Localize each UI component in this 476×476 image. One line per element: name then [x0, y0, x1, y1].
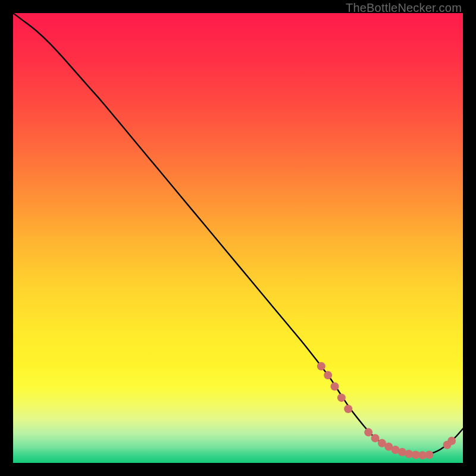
data-marker [364, 428, 372, 437]
gradient-background [13, 13, 463, 463]
data-marker [337, 393, 346, 402]
plot-area [13, 13, 463, 463]
chart-svg [13, 13, 463, 463]
data-marker [425, 450, 433, 459]
chart-frame: TheBottleNecker.com [0, 0, 476, 476]
data-marker [324, 371, 332, 380]
data-marker [317, 362, 325, 370]
data-marker [344, 405, 352, 413]
data-marker [371, 434, 380, 442]
data-marker [331, 382, 339, 390]
data-marker [447, 437, 456, 445]
